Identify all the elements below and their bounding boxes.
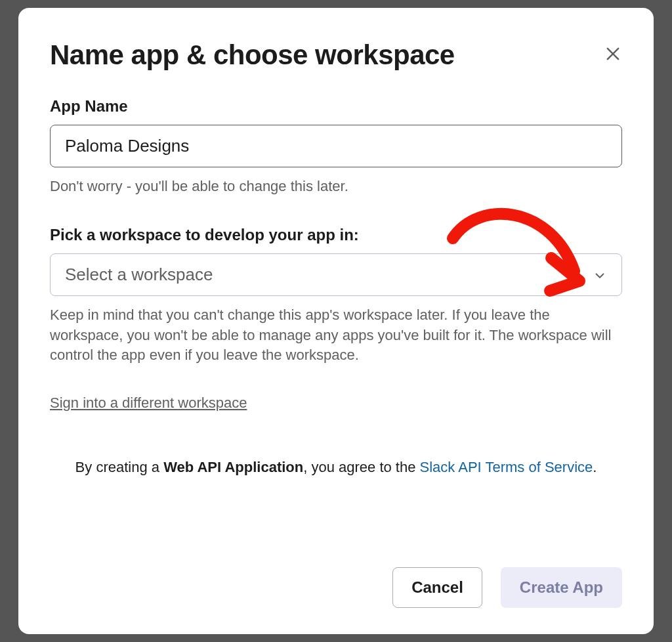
terms-link[interactable]: Slack API Terms of Service [420,459,593,475]
terms-bold: Web API Application [163,459,303,475]
modal-title: Name app & choose workspace [50,39,455,71]
create-app-button[interactable]: Create App [501,567,622,608]
workspace-hint: Keep in mind that you can't change this … [50,305,622,366]
close-icon[interactable] [604,45,622,63]
workspace-label: Pick a workspace to develop your app in: [50,226,622,244]
terms-prefix: By creating a [75,459,164,475]
create-app-modal: Name app & choose workspace App Name Don… [18,8,654,634]
workspace-section: Pick a workspace to develop your app in:… [50,226,622,412]
app-name-section: App Name Don't worry - you'll be able to… [50,97,622,197]
terms-text: By creating a Web API Application, you a… [50,458,622,478]
workspace-select[interactable]: Select a workspace [50,253,622,296]
terms-middle: , you agree to the [303,459,419,475]
modal-footer: Cancel Create App [50,541,622,608]
app-name-hint: Don't worry - you'll be able to change t… [50,177,622,197]
chevron-down-icon [593,267,607,282]
app-name-label: App Name [50,97,622,116]
terms-suffix: . [593,459,597,475]
signin-different-workspace-link[interactable]: Sign into a different workspace [50,395,247,412]
workspace-select-placeholder: Select a workspace [65,265,213,285]
app-name-input[interactable] [50,125,622,167]
cancel-button[interactable]: Cancel [392,567,482,608]
modal-header: Name app & choose workspace [50,39,622,71]
